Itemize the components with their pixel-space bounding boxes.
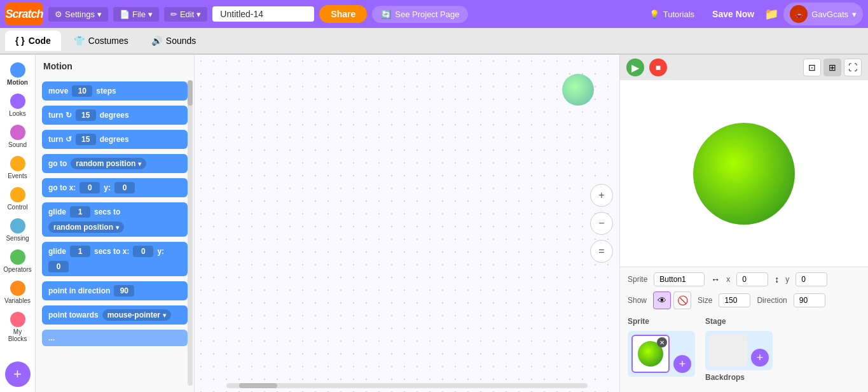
edit-button[interactable]: ✏ Edit ▾	[164, 7, 207, 22]
scratch-logo[interactable]: Scratch	[5, 3, 43, 25]
block-point-dir-input[interactable]	[114, 285, 134, 297]
stage-sprite	[693, 123, 795, 225]
y-label: y	[785, 275, 789, 284]
stop-button[interactable]: ■	[649, 59, 667, 76]
block-point-towards-dropdown[interactable]: mouse-pointer	[102, 309, 171, 321]
category-my-blocks-label: My Blocks	[4, 328, 32, 342]
see-project-button[interactable]: 🔄 See Project Page	[372, 6, 468, 23]
block-goto-dropdown[interactable]: random position	[71, 158, 146, 169]
blocks-scrollbar[interactable]	[188, 80, 193, 386]
lightbulb-icon: 💡	[649, 10, 659, 19]
variables-dot	[10, 281, 25, 296]
hide-button[interactable]: 🚫	[673, 291, 691, 309]
block-goto-y-input[interactable]	[114, 182, 135, 193]
size-input[interactable]	[719, 293, 750, 307]
direction-label: Direction	[757, 296, 787, 305]
green-flag-button[interactable]: ▶	[626, 59, 644, 76]
user-button[interactable]: 🚗 GavGcats ▾	[783, 3, 863, 25]
block-glide-pos-label: glide	[48, 207, 66, 216]
block-point-towards[interactable]: point towards mouse-pointer	[42, 305, 188, 325]
file-button[interactable]: 📄 File ▾	[113, 7, 159, 22]
category-control-label: Control	[7, 204, 27, 211]
small-sprite-preview	[562, 74, 594, 106]
project-name-input[interactable]	[212, 6, 314, 22]
settings-button[interactable]: ⚙ Settings ▾	[48, 7, 108, 22]
category-my-blocks[interactable]: My Blocks	[1, 309, 34, 345]
x-coord-input[interactable]	[736, 272, 768, 286]
control-dot	[10, 187, 25, 202]
category-variables-label: Variables	[4, 297, 31, 304]
category-operators[interactable]: Operators	[1, 247, 34, 276]
block-move[interactable]: move steps	[42, 81, 188, 101]
zoom-out-button[interactable]: −	[590, 212, 613, 235]
costumes-icon: 👕	[74, 36, 85, 46]
tab-code[interactable]: { } Code	[5, 31, 61, 51]
block-goto-label: go to	[48, 159, 67, 168]
block-glide-pos-dropdown[interactable]: random position	[48, 221, 124, 233]
block-turn-ccw-suffix: degrees	[100, 135, 129, 144]
block-goto-xy[interactable]: go to x: y:	[42, 178, 188, 197]
save-now-button[interactable]: Save Now	[707, 6, 759, 22]
block-turn-cw-suffix: degrees	[100, 111, 129, 120]
block-glide-pos-secs-input[interactable]	[70, 206, 90, 218]
category-operators-label: Operators	[3, 266, 31, 273]
block-partial[interactable]: ...	[42, 330, 188, 346]
blocks-panel: Motion move steps turn ↻ degrees turn ↺ …	[36, 55, 195, 392]
category-motion[interactable]: Motion	[1, 60, 34, 88]
block-glide-pos[interactable]: glide secs to random position	[42, 202, 188, 237]
stage-canvas	[620, 80, 868, 267]
events-dot	[10, 156, 25, 171]
block-point-dir[interactable]: point in direction	[42, 281, 188, 300]
category-sound[interactable]: Sound	[1, 122, 34, 151]
sprite-thumbnail[interactable]: ✕	[631, 335, 670, 373]
direction-input[interactable]	[794, 293, 825, 307]
block-glide-xy[interactable]: glide secs to x: y:	[42, 242, 188, 276]
block-goto[interactable]: go to random position	[42, 154, 188, 173]
block-goto-x-input[interactable]	[79, 182, 100, 193]
sprite-delete-button[interactable]: ✕	[657, 337, 667, 347]
block-turn-ccw[interactable]: turn ↺ degrees	[42, 130, 188, 149]
category-variables[interactable]: Variables	[1, 278, 34, 307]
y-coord-input[interactable]	[796, 272, 827, 286]
block-glide-xy-secs-input[interactable]	[70, 246, 90, 257]
block-turn-ccw-input[interactable]	[76, 134, 96, 145]
block-move-steps-input[interactable]	[72, 85, 92, 97]
show-eye-button[interactable]: 👁	[653, 291, 671, 309]
block-glide-xy-x-input[interactable]	[133, 246, 153, 257]
add-extension-button[interactable]: +	[5, 361, 31, 387]
sprite-section-label: Sprite	[628, 317, 695, 326]
zoom-fit-button[interactable]: =	[590, 240, 613, 263]
block-turn-cw-input[interactable]	[76, 109, 96, 121]
main-area: Motion Looks Sound Events Control Sensin…	[0, 55, 868, 392]
sprite-info-row: Sprite ↔ x ↕ y	[628, 272, 860, 286]
category-sensing[interactable]: Sensing	[1, 216, 34, 244]
normal-stage-button[interactable]: ⊞	[823, 59, 841, 76]
sprite-name-label: Sprite	[628, 275, 647, 284]
folder-icon[interactable]: 📁	[764, 7, 778, 21]
fullscreen-button[interactable]: ⛶	[844, 59, 862, 76]
backdrops-label: Backdrops	[705, 373, 773, 382]
category-control[interactable]: Control	[1, 185, 34, 213]
category-sound-label: Sound	[8, 141, 27, 148]
small-stage-button[interactable]: ⊡	[803, 59, 821, 76]
category-motion-label: Motion	[7, 79, 28, 86]
sprite-name-input[interactable]	[654, 272, 705, 286]
sprite-info: Sprite ↔ x ↕ y Show 👁 🚫 Size Direction	[620, 267, 868, 392]
block-glide-xy-y-input[interactable]	[48, 261, 69, 272]
tab-costumes[interactable]: 👕 Costumes	[64, 31, 139, 51]
tutorials-button[interactable]: 💡 Tutorials	[642, 6, 702, 23]
navbar: Scratch ⚙ Settings ▾ 📄 File ▾ ✏ Edit ▾ S…	[0, 0, 868, 28]
my-blocks-dot	[10, 312, 25, 327]
share-button[interactable]: Share	[319, 5, 367, 23]
zoom-in-button[interactable]: +	[590, 184, 613, 207]
category-events[interactable]: Events	[1, 153, 34, 182]
stage-backdrop-thumbnail[interactable]	[709, 335, 747, 367]
block-turn-cw[interactable]: turn ↻ degrees	[42, 106, 188, 125]
add-sprite-button[interactable]: +	[673, 355, 691, 373]
category-looks[interactable]: Looks	[1, 91, 34, 120]
script-scrollbar[interactable]	[226, 383, 588, 388]
tab-sounds[interactable]: 🔊 Sounds	[141, 31, 206, 51]
user-chevron-icon: ▾	[852, 10, 857, 19]
add-backdrop-button[interactable]: +	[751, 349, 769, 367]
script-area[interactable]: + − =	[195, 55, 620, 392]
